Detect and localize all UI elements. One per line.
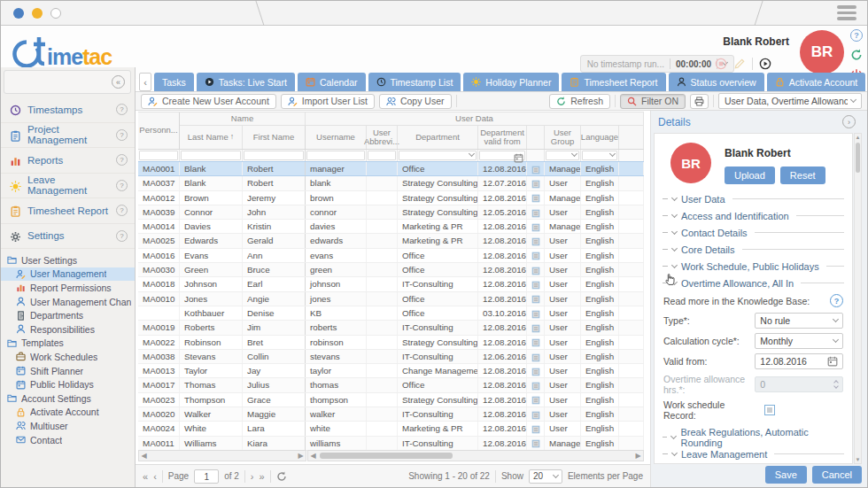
filter-input[interactable]: [306, 151, 365, 160]
window-button-white[interactable]: [50, 8, 61, 19]
tab-timesheet-report[interactable]: Timesheet Report: [562, 73, 665, 91]
table-row-MA0013[interactable]: MA0013TaylorJaytaylorChange Management12…: [138, 364, 644, 378]
tree-item-templates[interactable]: Templates: [1, 337, 135, 351]
cell-history-button[interactable]: [527, 234, 545, 247]
calendar-icon[interactable]: [514, 151, 523, 160]
tree-item-report-permissions[interactable]: Report Permissions: [1, 281, 135, 295]
table-row-MA0023[interactable]: MA0023ThompsonGracethompsonStrategy Cons…: [138, 393, 644, 407]
filter-input[interactable]: [139, 151, 178, 160]
section-contact-details[interactable]: Contact Details: [655, 224, 852, 241]
tab-activate-account[interactable]: Activate Account: [767, 73, 866, 91]
table-row-MA0001[interactable]: MA0001BlankRobertmanagerOffice12.08.2016…: [138, 161, 644, 176]
department-history-icon[interactable]: [531, 381, 540, 390]
group-header-user-data[interactable]: User Data: [306, 112, 644, 126]
section-break-regulations-automatic-rounding[interactable]: Break Regulations, Automatic Rounding: [655, 429, 852, 445]
cell-history-button[interactable]: [527, 220, 545, 233]
department-history-icon[interactable]: [531, 294, 540, 303]
table-row-MA0038[interactable]: MA0038StevansCollinstevansIT-Consulting1…: [138, 350, 644, 364]
filter-input[interactable]: [244, 151, 304, 160]
cell-history-button[interactable]: [527, 364, 545, 377]
cell-history-button[interactable]: [527, 306, 545, 320]
details-collapse-icon[interactable]: ›: [842, 115, 856, 128]
department-history-icon[interactable]: [531, 337, 540, 346]
cell-history-button[interactable]: [527, 378, 545, 391]
cell-history-button[interactable]: [527, 191, 545, 205]
tab-scroll-left-button[interactable]: ‹: [139, 73, 151, 91]
column-header-filler[interactable]: [619, 126, 644, 149]
cell-history-button[interactable]: [527, 176, 545, 190]
cell-history-button[interactable]: [527, 249, 545, 262]
field-select-control[interactable]: No rule: [755, 313, 843, 329]
table-row-MA0016[interactable]: MA0016EvansAnnevansOffice12.08.2016UserE…: [138, 249, 644, 263]
column-view-dropdown[interactable]: User Data, Overtime Allowance, All: [718, 93, 862, 109]
filter-cell-8[interactable]: [545, 150, 581, 161]
table-row-kothbauer[interactable]: KothbauerDeniseKBOffice03.10.2016UserEng…: [138, 306, 644, 321]
column-header-user-group[interactable]: User Group: [545, 126, 581, 149]
stop-timestamp-icon[interactable]: [715, 58, 727, 70]
help-icon[interactable]: ?: [850, 29, 863, 42]
column-header-first-name[interactable]: First Name: [243, 126, 306, 149]
work-schedule-record-checkbox[interactable]: [764, 405, 775, 415]
refresh-table-button[interactable]: Refresh: [549, 94, 610, 109]
sidebar-item-settings[interactable]: Settings?: [1, 224, 135, 250]
tab-tasks[interactable]: Tasks: [154, 73, 194, 91]
group-header-name[interactable]: Name: [180, 112, 306, 126]
sidebar-item-leave-management[interactable]: Leave Management?: [1, 174, 135, 199]
tab-calendar[interactable]: Calendar: [298, 73, 366, 91]
table-row-MA0012[interactable]: MA0012BrownJeremybrownStrategy Consultin…: [138, 191, 644, 205]
help-icon[interactable]: ?: [116, 154, 128, 166]
tree-item-contact[interactable]: Contact: [1, 433, 135, 447]
department-history-icon[interactable]: [531, 410, 540, 419]
upload-button[interactable]: Upload: [725, 167, 775, 184]
section-access-and-identification[interactable]: Access and Identification: [655, 207, 852, 224]
page-size-dropdown[interactable]: 20: [529, 469, 562, 484]
department-history-icon[interactable]: [531, 438, 540, 447]
department-history-icon[interactable]: [531, 236, 540, 245]
table-row-MA0037[interactable]: MA0037BlankRobertblankStrategy Consultin…: [138, 176, 644, 190]
filter-cell-2[interactable]: [243, 150, 306, 161]
print-button[interactable]: [690, 94, 709, 109]
tab-holiday-planner[interactable]: Holiday Planner: [463, 73, 559, 91]
timestamp-widget[interactable]: No timestamp run... 00:00:00: [580, 55, 734, 73]
department-history-icon[interactable]: [531, 179, 540, 188]
edit-timestamp-icon[interactable]: [733, 58, 746, 70]
cell-history-button[interactable]: [527, 277, 545, 290]
table-row-MA0030[interactable]: MA0030GreenBrucegreenOffice12.08.2016Use…: [138, 263, 644, 277]
help-icon[interactable]: ?: [116, 230, 128, 242]
department-history-icon[interactable]: [531, 266, 540, 275]
cell-history-button[interactable]: [527, 321, 545, 334]
tree-item-departments[interactable]: Departments: [1, 308, 135, 322]
field-select-control[interactable]: Monthly: [755, 333, 843, 349]
data-columns-scrollbar[interactable]: ◀▶: [307, 450, 644, 461]
reset-button[interactable]: Reset: [780, 167, 825, 184]
tree-item-multiuser[interactable]: Multiuser: [1, 419, 135, 433]
column-header-language[interactable]: Language: [581, 126, 619, 149]
department-history-icon[interactable]: [531, 208, 540, 217]
table-row-MA0024[interactable]: MA0024WhiteLarawhiteMarketing & PR12.08.…: [138, 422, 644, 436]
table-row-MA0039[interactable]: MA0039ConnorJohnconnorStrategy Consultin…: [138, 205, 644, 220]
department-history-icon[interactable]: [531, 395, 540, 404]
start-timestamp-icon[interactable]: [759, 58, 771, 70]
sidebar-item-timesheet-report[interactable]: Timesheet Report?: [1, 198, 135, 224]
column-header-username[interactable]: Username: [306, 126, 367, 149]
user-avatar[interactable]: BR: [800, 30, 844, 74]
table-row-MA0017[interactable]: MA0017ThomasJuliusthomasOffice12.08.2016…: [138, 378, 644, 392]
create-new-user-button[interactable]: Create New User Account: [141, 94, 276, 109]
section-user-data[interactable]: User Data: [655, 190, 852, 207]
cell-history-button[interactable]: [527, 205, 545, 219]
tree-item-user-settings[interactable]: User Settings: [1, 253, 135, 267]
pager-refresh-icon[interactable]: [276, 471, 287, 482]
sidebar-item-timestamps[interactable]: Timestamps?: [1, 97, 135, 123]
help-icon[interactable]: ?: [116, 180, 128, 191]
cell-history-button[interactable]: [527, 292, 545, 306]
column-header-last-name[interactable]: Last Name↑: [180, 126, 243, 149]
department-history-icon[interactable]: [531, 165, 540, 174]
spinner-down-icon[interactable]: [833, 383, 839, 389]
section-leave-management[interactable]: Leave Management: [655, 445, 852, 462]
table-row-MA0011[interactable]: MA0011WilliamsKiarawilliamsIT-Consulting…: [138, 437, 644, 451]
table-row-MA0014[interactable]: MA0014DaviesKristindaviesMarketing & PR1…: [138, 220, 644, 234]
filter-cell-5[interactable]: [398, 150, 478, 161]
table-row-MA0010[interactable]: MA0010JonesAngiejonesOffice12.08.2016Use…: [138, 292, 644, 306]
field-date-control[interactable]: 12.08.2016: [755, 353, 843, 369]
save-button[interactable]: Save: [765, 466, 807, 484]
